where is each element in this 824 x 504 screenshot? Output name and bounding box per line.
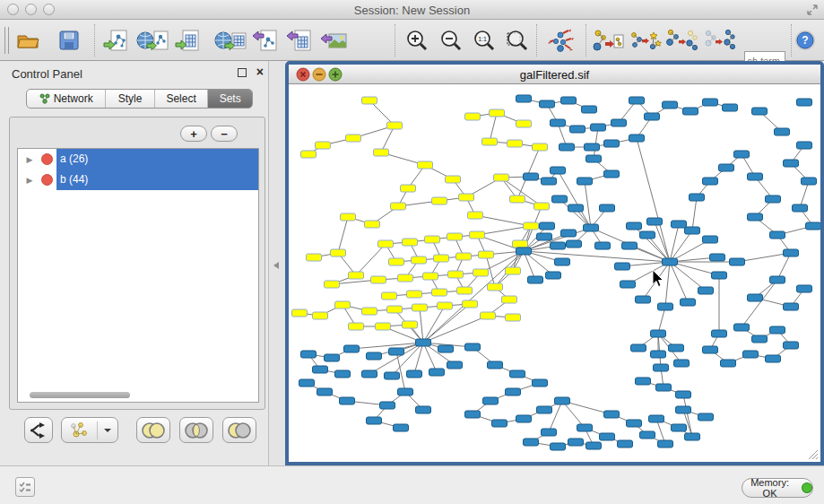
graph-node[interactable]	[570, 126, 585, 133]
graph-node[interactable]	[448, 271, 464, 278]
import-table-web-button[interactable]	[213, 26, 247, 55]
graph-node[interactable]	[371, 276, 386, 283]
graph-node[interactable]	[367, 352, 382, 360]
graph-node[interactable]	[341, 213, 356, 221]
graph-node[interactable]	[734, 324, 750, 331]
graph-node[interactable]	[568, 439, 584, 446]
graph-node[interactable]	[403, 321, 418, 328]
graph-node[interactable]	[651, 330, 666, 337]
graph-node[interactable]	[446, 176, 461, 183]
graph-node[interactable]	[775, 128, 790, 135]
graph-node[interactable]	[524, 222, 539, 230]
graph-node[interactable]	[398, 274, 413, 282]
panel-divider[interactable]	[269, 61, 285, 465]
graph-node[interactable]	[367, 417, 382, 424]
graph-node[interactable]	[434, 255, 449, 262]
graph-node[interactable]	[669, 344, 684, 352]
graph-node[interactable]	[313, 312, 328, 319]
new-network-from-selection-button[interactable]	[591, 26, 625, 55]
graph-node[interactable]	[394, 424, 409, 431]
graph-node[interactable]	[292, 309, 308, 317]
graph-node[interactable]	[542, 429, 557, 436]
graph-node[interactable]	[447, 361, 463, 369]
graph-node[interactable]	[468, 212, 483, 219]
graph-node[interactable]	[299, 379, 315, 387]
graph-node[interactable]	[540, 100, 555, 108]
graph-node[interactable]	[301, 151, 317, 158]
graph-node[interactable]	[463, 300, 478, 308]
graph-node[interactable]	[748, 294, 763, 301]
graph-node[interactable]	[551, 167, 566, 174]
graph-node[interactable]	[492, 420, 507, 427]
graph-node[interactable]	[481, 312, 496, 319]
set-label[interactable]: a (26)	[56, 149, 258, 169]
graph-node[interactable]	[719, 164, 734, 171]
graph-node[interactable]	[636, 296, 651, 303]
collapse-panel-icon[interactable]	[273, 262, 279, 269]
graph-node[interactable]	[349, 272, 364, 279]
graph-node[interactable]	[730, 258, 745, 265]
remove-set-button[interactable]: −	[211, 126, 238, 142]
graph-node[interactable]	[770, 231, 785, 239]
graph-node[interactable]	[555, 258, 570, 265]
graph-node[interactable]	[465, 411, 481, 418]
select-first-neighbors-button[interactable]	[629, 26, 663, 55]
export-table-button[interactable]	[283, 26, 314, 55]
float-panel-icon[interactable]	[238, 68, 247, 77]
graph-node[interactable]	[432, 197, 447, 204]
tab-style[interactable]: Style	[106, 90, 155, 108]
set-row-b[interactable]: ▶ b (44)	[18, 169, 258, 190]
set-row-a[interactable]: ▶ a (26)	[18, 149, 258, 169]
graph-node[interactable]	[425, 236, 440, 243]
graph-node[interactable]	[307, 254, 322, 261]
graph-node[interactable]	[513, 240, 528, 248]
graph-node[interactable]	[507, 140, 523, 147]
tab-select[interactable]: Select	[155, 90, 209, 108]
graph-node[interactable]	[770, 276, 785, 283]
network-canvas[interactable]	[289, 84, 820, 462]
graph-node[interactable]	[546, 272, 561, 279]
graph-node[interactable]	[595, 242, 611, 249]
graph-node[interactable]	[482, 138, 498, 145]
graph-node[interactable]	[567, 240, 582, 248]
graph-node[interactable]	[703, 178, 718, 185]
graph-node[interactable]	[802, 178, 817, 185]
graph-node[interactable]	[797, 285, 812, 292]
disclosure-triangle-icon[interactable]: ▶	[18, 176, 41, 185]
graph-node[interactable]	[584, 224, 599, 231]
graph-node[interactable]	[676, 406, 691, 413]
graph-node[interactable]	[387, 306, 403, 313]
graph-node[interactable]	[502, 296, 517, 303]
graph-node[interactable]	[649, 415, 664, 422]
graph-node[interactable]	[600, 204, 615, 212]
graph-node[interactable]	[533, 143, 548, 151]
graph-node[interactable]	[459, 194, 474, 201]
chevron-down-icon[interactable]	[103, 427, 112, 434]
graph-node[interactable]	[516, 248, 532, 255]
graph-node[interactable]	[647, 218, 663, 225]
graph-node[interactable]	[534, 203, 550, 210]
graph-node[interactable]	[629, 97, 645, 104]
graph-node[interactable]	[317, 388, 333, 395]
graph-node[interactable]	[385, 372, 400, 379]
graph-node[interactable]	[663, 258, 678, 265]
graph-node[interactable]	[533, 379, 548, 387]
graph-node[interactable]	[743, 351, 759, 358]
graph-node[interactable]	[734, 151, 750, 158]
graph-node[interactable]	[784, 249, 799, 256]
graph-node[interactable]	[335, 370, 351, 378]
graph-node[interactable]	[438, 345, 454, 352]
graph-node[interactable]	[391, 203, 406, 210]
graph-node[interactable]	[407, 370, 422, 378]
graph-node[interactable]	[488, 361, 503, 369]
graph-node[interactable]	[365, 221, 380, 228]
graph-node[interactable]	[674, 360, 690, 367]
graph-node[interactable]	[640, 431, 655, 439]
graph-node[interactable]	[627, 420, 642, 427]
graph-node[interactable]	[663, 101, 678, 109]
graph-node[interactable]	[766, 355, 781, 362]
graph-node[interactable]	[340, 397, 355, 404]
zoom-selected-region-button[interactable]	[502, 26, 533, 55]
graph-node[interactable]	[416, 406, 431, 413]
graph-node[interactable]	[748, 173, 763, 180]
